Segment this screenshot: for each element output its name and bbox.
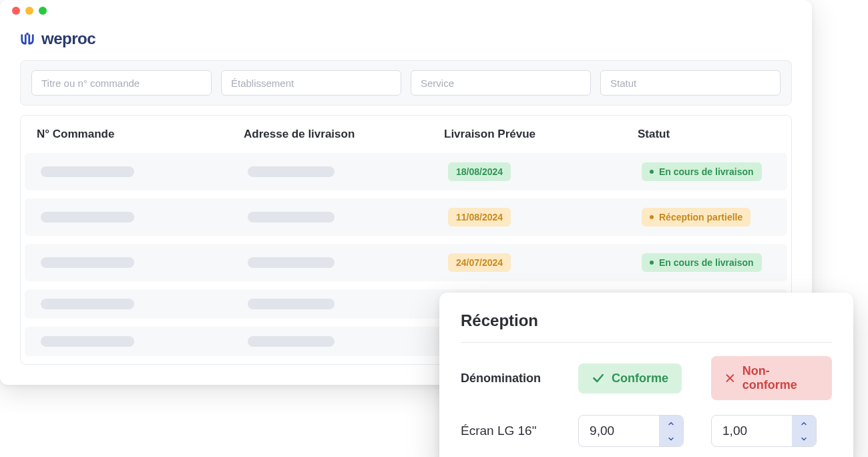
skeleton-order-no xyxy=(41,336,134,347)
panel-data-row: Écran LG 16" 9,00 1,00 xyxy=(461,415,832,447)
check-icon xyxy=(592,371,605,385)
qty-nonconforme-stepper[interactable]: 1,00 xyxy=(711,415,817,447)
status-badge: En cours de livraison xyxy=(642,253,762,272)
qty-conforme-stepper[interactable]: 9,00 xyxy=(578,415,684,447)
skeleton-address xyxy=(248,299,335,309)
nonconforme-label: Non-conforme xyxy=(742,364,819,392)
status-dot-icon xyxy=(650,215,654,219)
weproc-logo-icon xyxy=(20,31,35,46)
conforme-button[interactable]: Conforme xyxy=(578,363,682,394)
qty-nonconforme-down[interactable] xyxy=(792,431,816,446)
header-address: Adresse de livraison xyxy=(244,128,444,141)
table-row[interactable]: 11/08/2024Réception partielle xyxy=(25,198,787,236)
header-status: Statut xyxy=(638,128,775,141)
maximize-window-icon[interactable] xyxy=(39,7,47,15)
expected-date-badge: 18/08/2024 xyxy=(448,162,511,181)
status-text: En cours de livraison xyxy=(659,257,754,268)
skeleton-address xyxy=(248,336,335,347)
status-text: En cours de livraison xyxy=(659,166,754,177)
status-text: Réception partielle xyxy=(659,212,742,222)
qty-nonconforme-value: 1,00 xyxy=(712,416,792,446)
skeleton-order-no xyxy=(41,257,134,268)
conforme-label: Conforme xyxy=(612,371,668,386)
nonconforme-button[interactable]: Non-conforme xyxy=(711,356,832,400)
skeleton-order-no xyxy=(41,166,134,177)
status-badge: En cours de livraison xyxy=(642,162,762,181)
filter-bar xyxy=(20,60,792,106)
expected-date-badge: 24/07/2024 xyxy=(448,253,511,272)
skeleton-address xyxy=(248,257,335,268)
skeleton-order-no xyxy=(41,212,134,222)
table-row[interactable]: 24/07/2024En cours de livraison xyxy=(25,244,787,281)
chevron-up-icon xyxy=(800,420,808,428)
table-row[interactable]: 18/08/2024En cours de livraison xyxy=(25,153,787,190)
qty-conforme-up[interactable] xyxy=(659,416,683,431)
window-titlebar xyxy=(0,0,812,21)
x-icon xyxy=(724,372,736,384)
establishment-filter[interactable] xyxy=(221,70,401,96)
search-input[interactable] xyxy=(31,70,212,96)
panel-title: Réception xyxy=(461,311,832,343)
denomination-label: Dénomination xyxy=(461,371,541,385)
reception-panel: Réception Dénomination Conforme Non-conf… xyxy=(439,293,853,457)
skeleton-order-no xyxy=(41,299,134,309)
chevron-up-icon xyxy=(667,420,675,428)
service-filter[interactable] xyxy=(411,70,591,96)
status-dot-icon xyxy=(650,261,654,265)
qty-conforme-down[interactable] xyxy=(659,431,683,446)
skeleton-address xyxy=(248,166,335,177)
status-badge: Réception partielle xyxy=(642,208,750,226)
brand-bar: weproc xyxy=(0,21,812,60)
close-window-icon[interactable] xyxy=(12,7,20,15)
qty-nonconforme-up[interactable] xyxy=(792,416,816,431)
header-order-no: N° Commande xyxy=(37,128,244,141)
minimize-window-icon[interactable] xyxy=(25,7,33,15)
header-expected-delivery: Livraison Prévue xyxy=(444,128,638,141)
status-filter[interactable] xyxy=(600,70,781,96)
qty-conforme-value: 9,00 xyxy=(579,416,659,446)
brand-name: weproc xyxy=(41,29,95,48)
panel-header-row: Dénomination Conforme Non-conforme xyxy=(461,356,832,400)
chevron-down-icon xyxy=(667,435,675,443)
chevron-down-icon xyxy=(800,435,808,443)
status-dot-icon xyxy=(650,170,654,174)
skeleton-address xyxy=(248,212,335,222)
expected-date-badge: 11/08/2024 xyxy=(448,208,511,226)
product-name: Écran LG 16" xyxy=(461,424,536,438)
svg-point-0 xyxy=(26,33,29,35)
table-header: N° Commande Adresse de livraison Livrais… xyxy=(21,116,791,153)
